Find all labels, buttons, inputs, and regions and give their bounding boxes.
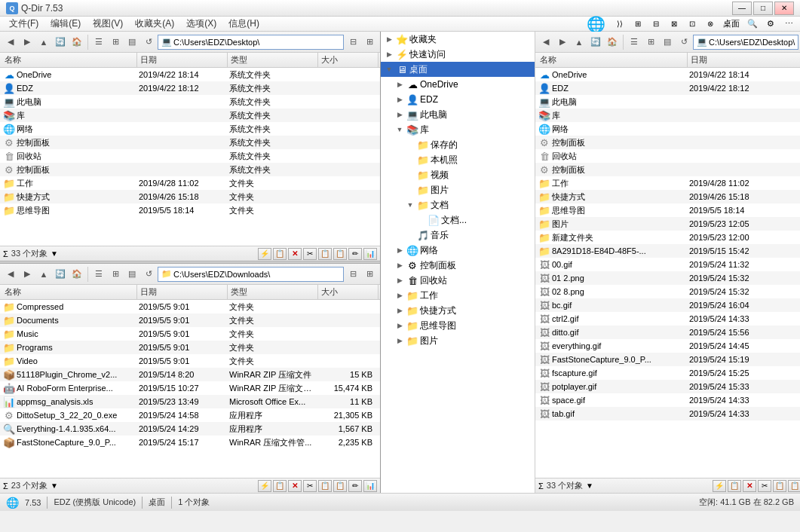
pane2-view-detail[interactable]: ▤: [124, 267, 139, 282]
file-row[interactable]: 🖼 ditto.gif 2019/5/24 15:56: [535, 326, 800, 339]
tree-item[interactable]: 📄 文档...: [381, 212, 535, 228]
file-row[interactable]: 🗑 回收站 系统文件夹: [0, 149, 380, 163]
file-row[interactable]: 📁 思维导图 2019/5/5 18:14: [535, 203, 800, 217]
pane3-fb3[interactable]: ✕: [743, 480, 756, 492]
pane1-forward[interactable]: ▶: [20, 35, 35, 50]
file-row[interactable]: 📁 Compressed 2019/5/5 9:01 文件夹: [0, 300, 380, 313]
tree-item[interactable]: 🎵 音乐: [381, 228, 535, 243]
pane3-refresh[interactable]: 🔄: [588, 35, 603, 50]
pane1-fb8[interactable]: 📊: [363, 248, 377, 260]
file-row[interactable]: 📦 FastStoneCapture_9.0_P... 2019/5/24 15…: [0, 436, 380, 449]
pane3-up[interactable]: ▲: [572, 35, 587, 50]
pane3-file-list[interactable]: ☁ OneDrive 2019/4/22 18:14 👤 EDZ 2019/4/…: [535, 68, 800, 478]
toolbar-btn-2[interactable]: ⊞: [630, 16, 646, 32]
file-row[interactable]: 🌐 网络 系统文件夹: [0, 122, 380, 136]
pane2-fb5[interactable]: 📋: [318, 480, 332, 492]
tree-item[interactable]: 📁 本机照: [381, 152, 535, 167]
tree-item[interactable]: ▶ 📁 工作: [381, 288, 535, 303]
pane3-col-header-name[interactable]: 名称: [537, 53, 688, 67]
file-row[interactable]: 📁 Video 2019/5/5 9:01 文件夹: [0, 354, 380, 368]
file-row[interactable]: 🖼 space.gif 2019/5/24 14:33: [535, 393, 800, 407]
file-row[interactable]: 🔍 Everything-1.4.1.935.x64... 2019/5/24 …: [0, 422, 380, 436]
pane2-col-header-name[interactable]: 名称: [2, 285, 137, 299]
pane2-back[interactable]: ◀: [3, 267, 18, 282]
file-row[interactable]: 📁 工作 2019/4/28 11:02 文件夹: [0, 176, 380, 190]
tree-item[interactable]: ▶ 📁 思维导图: [381, 318, 535, 333]
file-row[interactable]: ⚙ 控制面板 系统文件夹: [0, 163, 380, 176]
pane2-col-header-size[interactable]: 大小: [318, 285, 379, 299]
toolbar-btn-1[interactable]: ⟩⟩: [611, 16, 628, 32]
pane2-address[interactable]: 📁 C:\Users\EDZ\Downloads\: [158, 267, 344, 282]
file-row[interactable]: ⚙ 控制面板: [535, 136, 800, 149]
file-row[interactable]: 📁 快捷方式 2019/4/26 15:18 文件夹: [0, 190, 380, 203]
tree-item[interactable]: 📁 保存的: [381, 137, 535, 152]
tree-item[interactable]: ▶ ⭐ 收藏夹: [381, 32, 535, 47]
menu-favorites[interactable]: 收藏夹(A): [129, 16, 180, 32]
file-row[interactable]: 📁 新建文件夹 2019/5/23 12:00: [535, 231, 800, 244]
pane2-view-toggle2[interactable]: ⊞: [362, 267, 377, 282]
pane3-view-grid[interactable]: ⊞: [643, 35, 658, 50]
pane2-col-header-date[interactable]: 日期: [137, 285, 228, 299]
pane2-col-header-type[interactable]: 类型: [228, 285, 318, 299]
pane2-fb2[interactable]: 📋: [273, 480, 287, 492]
file-row[interactable]: 📁 8A291D18-E84D-48F5-... 2019/5/15 15:42: [535, 244, 800, 258]
file-row[interactable]: 🖼 potplayer.gif 2019/5/24 15:33: [535, 380, 800, 393]
file-row[interactable]: 🌐 网络: [535, 122, 800, 136]
file-row[interactable]: ☁ OneDrive 2019/4/22 18:14 系统文件夹: [0, 68, 380, 81]
toolbar-search[interactable]: 🔍: [744, 16, 761, 32]
pane1-view-toggle2[interactable]: ⊞: [362, 35, 377, 50]
file-row[interactable]: 📁 Programs 2019/5/5 9:01 文件夹: [0, 341, 380, 354]
tree-item[interactable]: ▶ ⚡ 快速访问: [381, 47, 535, 62]
pane1-fb4[interactable]: ✂: [303, 248, 317, 260]
pane3-col-header-date[interactable]: 日期: [688, 53, 800, 67]
toolbar-btn-6[interactable]: ⊗: [702, 16, 719, 32]
col-header-size[interactable]: 大小: [318, 53, 379, 67]
menu-view[interactable]: 视图(V): [87, 16, 129, 32]
close-button[interactable]: ✕: [774, 2, 794, 15]
file-row[interactable]: 🖼 00.gif 2019/5/24 11:32: [535, 258, 800, 271]
pane2-view-grid[interactable]: ⊞: [108, 267, 123, 282]
pane1-up[interactable]: ▲: [36, 35, 51, 50]
file-row[interactable]: 🖼 01 2.png 2019/5/24 15:32: [535, 271, 800, 285]
pane2-up[interactable]: ▲: [36, 267, 51, 282]
file-row[interactable]: 📁 Music 2019/5/5 9:01 文件夹: [0, 327, 380, 341]
tree-item[interactable]: ▼ 🖥 桌面: [381, 62, 535, 77]
pane1-dropdown[interactable]: ▼: [51, 249, 58, 258]
col-header-type[interactable]: 类型: [228, 53, 318, 67]
pane3-address[interactable]: 💻 C:\Users\EDZ\Desktop\: [693, 35, 798, 50]
file-row[interactable]: ☁ OneDrive 2019/4/22 18:14: [535, 68, 800, 81]
file-row[interactable]: 📁 思维导图 2019/5/5 18:14 文件夹: [0, 203, 380, 217]
pane1-view-grid[interactable]: ⊞: [108, 35, 123, 50]
tree-item[interactable]: ▶ ☁ OneDrive: [381, 77, 535, 92]
pane3-view-list[interactable]: ☰: [627, 35, 642, 50]
pane2-forward[interactable]: ▶: [20, 267, 35, 282]
menu-edit[interactable]: 编辑(E): [44, 16, 87, 32]
pane2-refresh[interactable]: 🔄: [53, 267, 68, 282]
tree-item[interactable]: ▶ 👤 EDZ: [381, 92, 535, 107]
file-row[interactable]: 📚 库 系统文件夹: [0, 109, 380, 122]
pane2-view-toggle1[interactable]: ⊟: [345, 267, 360, 282]
menu-info[interactable]: 信息(H): [222, 16, 265, 32]
pane1-refresh[interactable]: 🔄: [53, 35, 68, 50]
pane1-home[interactable]: 🏠: [69, 35, 84, 50]
file-row[interactable]: 🖼 tab.gif 2019/5/24 14:33: [535, 407, 800, 420]
tree-item[interactable]: ▼ 📚 库: [381, 122, 535, 137]
file-row[interactable]: 📚 库: [535, 109, 800, 122]
pane3-dropdown[interactable]: ▼: [586, 482, 593, 490]
pane2-view-list[interactable]: ☰: [91, 267, 106, 282]
pane1-fb2[interactable]: 📋: [273, 248, 287, 260]
minimize-button[interactable]: —: [732, 2, 752, 15]
file-row[interactable]: 📁 图片 2019/5/23 12:05: [535, 217, 800, 231]
pane2-fb1[interactable]: ⚡: [258, 480, 271, 492]
file-row[interactable]: 📦 51118Plugin_Chrome_v2... 2019/5/14 8:2…: [0, 368, 380, 381]
file-row[interactable]: 📁 Documents 2019/5/5 9:01 文件夹: [0, 313, 380, 327]
file-row[interactable]: 👤 EDZ 2019/4/22 18:12: [535, 81, 800, 95]
file-row[interactable]: 🖼 everything.gif 2019/5/24 14:45: [535, 339, 800, 353]
pane2-refresh2[interactable]: ↺: [141, 267, 156, 282]
toolbar-btn-5[interactable]: ⊡: [684, 16, 700, 32]
file-row[interactable]: 📊 appmsg_analysis.xls 2019/5/23 13:49 Mi…: [0, 395, 380, 408]
col-header-name[interactable]: 名称: [2, 53, 137, 67]
pane1-fb7[interactable]: ✏: [348, 248, 362, 260]
pane1-fb1[interactable]: ⚡: [258, 248, 271, 260]
pane2-home[interactable]: 🏠: [69, 267, 84, 282]
